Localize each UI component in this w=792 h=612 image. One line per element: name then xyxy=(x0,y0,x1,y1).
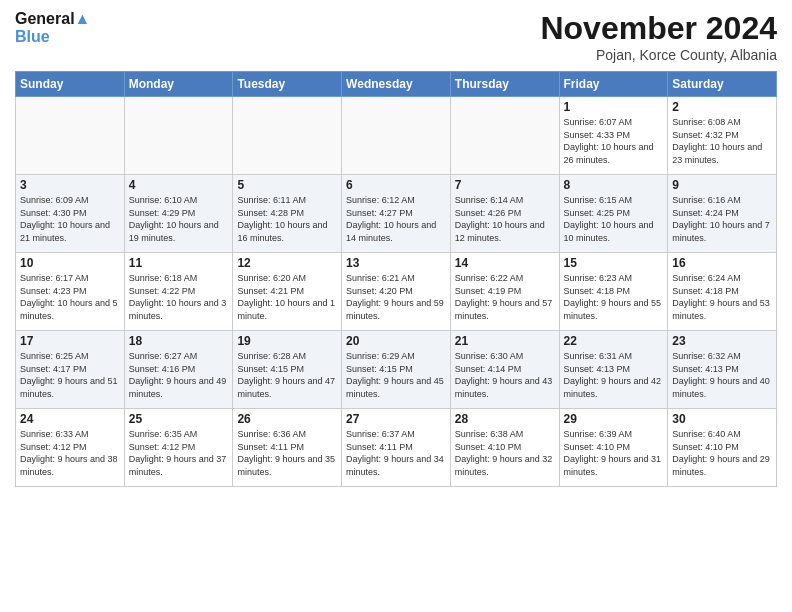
day-number: 4 xyxy=(129,178,229,192)
day-number: 15 xyxy=(564,256,664,270)
table-row: 1Sunrise: 6:07 AMSunset: 4:33 PMDaylight… xyxy=(559,97,668,175)
table-row: 5Sunrise: 6:11 AMSunset: 4:28 PMDaylight… xyxy=(233,175,342,253)
day-info: Sunrise: 6:22 AMSunset: 4:19 PMDaylight:… xyxy=(455,272,555,322)
day-number: 24 xyxy=(20,412,120,426)
table-row: 16Sunrise: 6:24 AMSunset: 4:18 PMDayligh… xyxy=(668,253,777,331)
table-row: 2Sunrise: 6:08 AMSunset: 4:32 PMDaylight… xyxy=(668,97,777,175)
day-info: Sunrise: 6:17 AMSunset: 4:23 PMDaylight:… xyxy=(20,272,120,322)
table-row: 26Sunrise: 6:36 AMSunset: 4:11 PMDayligh… xyxy=(233,409,342,487)
location: Pojan, Korce County, Albania xyxy=(540,47,777,63)
table-row: 18Sunrise: 6:27 AMSunset: 4:16 PMDayligh… xyxy=(124,331,233,409)
table-row: 19Sunrise: 6:28 AMSunset: 4:15 PMDayligh… xyxy=(233,331,342,409)
day-number: 27 xyxy=(346,412,446,426)
table-row: 29Sunrise: 6:39 AMSunset: 4:10 PMDayligh… xyxy=(559,409,668,487)
day-number: 9 xyxy=(672,178,772,192)
table-row: 23Sunrise: 6:32 AMSunset: 4:13 PMDayligh… xyxy=(668,331,777,409)
day-info: Sunrise: 6:16 AMSunset: 4:24 PMDaylight:… xyxy=(672,194,772,244)
day-number: 12 xyxy=(237,256,337,270)
day-number: 3 xyxy=(20,178,120,192)
col-tuesday: Tuesday xyxy=(233,72,342,97)
table-row: 24Sunrise: 6:33 AMSunset: 4:12 PMDayligh… xyxy=(16,409,125,487)
day-info: Sunrise: 6:36 AMSunset: 4:11 PMDaylight:… xyxy=(237,428,337,478)
day-info: Sunrise: 6:08 AMSunset: 4:32 PMDaylight:… xyxy=(672,116,772,166)
table-row: 25Sunrise: 6:35 AMSunset: 4:12 PMDayligh… xyxy=(124,409,233,487)
day-number: 18 xyxy=(129,334,229,348)
col-saturday: Saturday xyxy=(668,72,777,97)
day-info: Sunrise: 6:25 AMSunset: 4:17 PMDaylight:… xyxy=(20,350,120,400)
header-row: Sunday Monday Tuesday Wednesday Thursday… xyxy=(16,72,777,97)
day-info: Sunrise: 6:35 AMSunset: 4:12 PMDaylight:… xyxy=(129,428,229,478)
table-row: 7Sunrise: 6:14 AMSunset: 4:26 PMDaylight… xyxy=(450,175,559,253)
day-number: 20 xyxy=(346,334,446,348)
day-number: 22 xyxy=(564,334,664,348)
day-number: 2 xyxy=(672,100,772,114)
day-number: 21 xyxy=(455,334,555,348)
day-number: 30 xyxy=(672,412,772,426)
day-number: 13 xyxy=(346,256,446,270)
day-number: 6 xyxy=(346,178,446,192)
table-row: 13Sunrise: 6:21 AMSunset: 4:20 PMDayligh… xyxy=(342,253,451,331)
table-row: 17Sunrise: 6:25 AMSunset: 4:17 PMDayligh… xyxy=(16,331,125,409)
table-row: 10Sunrise: 6:17 AMSunset: 4:23 PMDayligh… xyxy=(16,253,125,331)
day-info: Sunrise: 6:40 AMSunset: 4:10 PMDaylight:… xyxy=(672,428,772,478)
day-number: 16 xyxy=(672,256,772,270)
day-number: 7 xyxy=(455,178,555,192)
day-info: Sunrise: 6:29 AMSunset: 4:15 PMDaylight:… xyxy=(346,350,446,400)
day-info: Sunrise: 6:33 AMSunset: 4:12 PMDaylight:… xyxy=(20,428,120,478)
day-info: Sunrise: 6:38 AMSunset: 4:10 PMDaylight:… xyxy=(455,428,555,478)
day-info: Sunrise: 6:28 AMSunset: 4:15 PMDaylight:… xyxy=(237,350,337,400)
day-info: Sunrise: 6:23 AMSunset: 4:18 PMDaylight:… xyxy=(564,272,664,322)
table-row: 30Sunrise: 6:40 AMSunset: 4:10 PMDayligh… xyxy=(668,409,777,487)
table-row: 28Sunrise: 6:38 AMSunset: 4:10 PMDayligh… xyxy=(450,409,559,487)
day-info: Sunrise: 6:32 AMSunset: 4:13 PMDaylight:… xyxy=(672,350,772,400)
day-info: Sunrise: 6:37 AMSunset: 4:11 PMDaylight:… xyxy=(346,428,446,478)
day-info: Sunrise: 6:21 AMSunset: 4:20 PMDaylight:… xyxy=(346,272,446,322)
table-row xyxy=(16,97,125,175)
table-row: 12Sunrise: 6:20 AMSunset: 4:21 PMDayligh… xyxy=(233,253,342,331)
table-row xyxy=(342,97,451,175)
table-row: 3Sunrise: 6:09 AMSunset: 4:30 PMDaylight… xyxy=(16,175,125,253)
day-number: 23 xyxy=(672,334,772,348)
title-block: November 2024 Pojan, Korce County, Alban… xyxy=(540,10,777,63)
logo-line2: Blue xyxy=(15,28,90,46)
calendar-table: Sunday Monday Tuesday Wednesday Thursday… xyxy=(15,71,777,487)
header: General▲ Blue November 2024 Pojan, Korce… xyxy=(15,10,777,63)
table-row: 9Sunrise: 6:16 AMSunset: 4:24 PMDaylight… xyxy=(668,175,777,253)
day-info: Sunrise: 6:31 AMSunset: 4:13 PMDaylight:… xyxy=(564,350,664,400)
table-row xyxy=(124,97,233,175)
day-info: Sunrise: 6:14 AMSunset: 4:26 PMDaylight:… xyxy=(455,194,555,244)
day-info: Sunrise: 6:10 AMSunset: 4:29 PMDaylight:… xyxy=(129,194,229,244)
day-info: Sunrise: 6:09 AMSunset: 4:30 PMDaylight:… xyxy=(20,194,120,244)
day-info: Sunrise: 6:30 AMSunset: 4:14 PMDaylight:… xyxy=(455,350,555,400)
day-info: Sunrise: 6:07 AMSunset: 4:33 PMDaylight:… xyxy=(564,116,664,166)
day-number: 11 xyxy=(129,256,229,270)
table-row: 27Sunrise: 6:37 AMSunset: 4:11 PMDayligh… xyxy=(342,409,451,487)
day-number: 1 xyxy=(564,100,664,114)
day-number: 28 xyxy=(455,412,555,426)
table-row xyxy=(233,97,342,175)
table-row xyxy=(450,97,559,175)
logo: General▲ Blue xyxy=(15,10,90,45)
table-row: 8Sunrise: 6:15 AMSunset: 4:25 PMDaylight… xyxy=(559,175,668,253)
page: General▲ Blue November 2024 Pojan, Korce… xyxy=(0,0,792,612)
day-number: 17 xyxy=(20,334,120,348)
day-number: 10 xyxy=(20,256,120,270)
day-info: Sunrise: 6:11 AMSunset: 4:28 PMDaylight:… xyxy=(237,194,337,244)
table-row: 22Sunrise: 6:31 AMSunset: 4:13 PMDayligh… xyxy=(559,331,668,409)
table-row: 11Sunrise: 6:18 AMSunset: 4:22 PMDayligh… xyxy=(124,253,233,331)
table-row: 20Sunrise: 6:29 AMSunset: 4:15 PMDayligh… xyxy=(342,331,451,409)
table-row: 6Sunrise: 6:12 AMSunset: 4:27 PMDaylight… xyxy=(342,175,451,253)
day-number: 25 xyxy=(129,412,229,426)
table-row: 4Sunrise: 6:10 AMSunset: 4:29 PMDaylight… xyxy=(124,175,233,253)
day-number: 14 xyxy=(455,256,555,270)
day-info: Sunrise: 6:15 AMSunset: 4:25 PMDaylight:… xyxy=(564,194,664,244)
day-number: 19 xyxy=(237,334,337,348)
day-info: Sunrise: 6:27 AMSunset: 4:16 PMDaylight:… xyxy=(129,350,229,400)
day-info: Sunrise: 6:24 AMSunset: 4:18 PMDaylight:… xyxy=(672,272,772,322)
table-row: 15Sunrise: 6:23 AMSunset: 4:18 PMDayligh… xyxy=(559,253,668,331)
col-thursday: Thursday xyxy=(450,72,559,97)
col-monday: Monday xyxy=(124,72,233,97)
logo-line1: General▲ xyxy=(15,10,90,28)
table-row: 21Sunrise: 6:30 AMSunset: 4:14 PMDayligh… xyxy=(450,331,559,409)
day-info: Sunrise: 6:20 AMSunset: 4:21 PMDaylight:… xyxy=(237,272,337,322)
